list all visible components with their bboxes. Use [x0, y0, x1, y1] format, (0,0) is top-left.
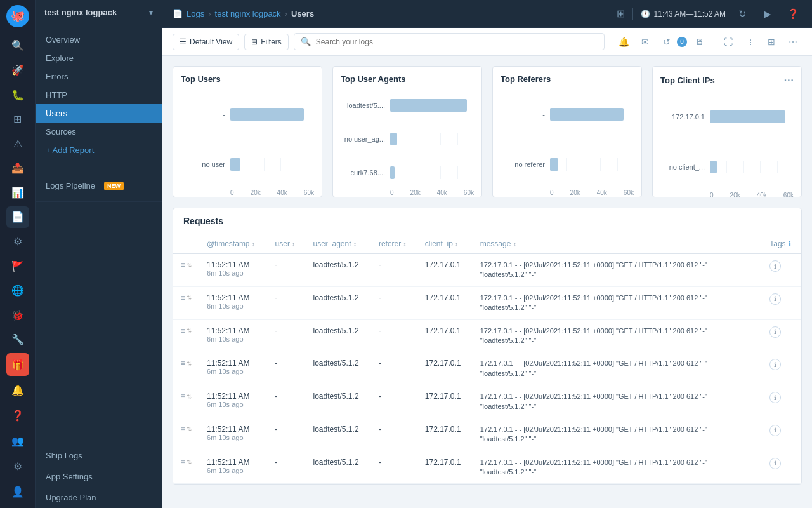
screen-icon[interactable]: 🖥 — [691, 33, 709, 51]
search-icon: 🔍 — [301, 37, 311, 46]
tag-info-icon[interactable]: ℹ — [769, 392, 781, 403]
table-col-referer[interactable]: referer ↕ — [371, 234, 417, 254]
search-input[interactable] — [316, 37, 598, 46]
breadcrumb-logpack[interactable]: test nginx logpack — [215, 9, 281, 18]
sidebar-item-app-settings[interactable]: App Settings — [36, 466, 162, 487]
team-icon[interactable]: 👥 — [6, 429, 29, 452]
search-icon[interactable]: 🔍 — [6, 35, 29, 57]
tags-cell: ℹ — [762, 254, 801, 287]
user-value: - — [275, 425, 278, 434]
chart-top-users-title: Top Users — [181, 74, 314, 84]
client-ip-cell: 172.17.0.1 — [417, 254, 473, 287]
sidebar-item-overview[interactable]: Overview — [36, 30, 162, 49]
user-agent-cell: loadtest/5.1.2 — [306, 385, 371, 418]
rocket-icon[interactable]: 🚀 — [6, 59, 29, 81]
play-icon[interactable]: ▶ — [759, 5, 776, 23]
view-icon: ☰ — [180, 37, 187, 46]
mail-icon[interactable]: ✉ — [636, 33, 654, 51]
app-logo[interactable]: 🐙 — [6, 5, 29, 27]
table-col-user-agent[interactable]: user_agent ↕ — [306, 234, 371, 254]
dashboard-icon[interactable]: ⊞ — [617, 8, 625, 20]
row-expand-icon[interactable]: ≡ — [181, 260, 185, 269]
row-actions: ≡ ⇅ — [181, 293, 192, 302]
row-expand-icon[interactable]: ≡ — [181, 293, 185, 302]
columns-icon[interactable]: ⫶ — [741, 33, 759, 51]
table-row: ≡ ⇅ 11:52:11 AM 6m 10s ago - loadtest/5.… — [173, 319, 801, 352]
sidebar-item-sources[interactable]: Sources — [36, 123, 162, 141]
bar-container — [390, 166, 474, 179]
reload-icon[interactable]: ↺ — [658, 33, 676, 51]
sidebar-item-users[interactable]: Users — [36, 104, 162, 123]
bar-row: curl/7.68.... — [341, 166, 474, 179]
more-icon[interactable]: ⋯ — [784, 33, 802, 51]
tag-info-icon[interactable]: ℹ — [769, 326, 781, 338]
timestamp-value: 11:52:11 AM — [207, 260, 260, 269]
sidebar-item-http[interactable]: HTTP — [36, 86, 162, 104]
time-range[interactable]: 🕐 11:43 AM—11:52 AM — [641, 10, 726, 18]
help-circle-icon[interactable]: ❓ — [784, 5, 802, 23]
bug-icon[interactable]: 🐛 — [6, 84, 29, 106]
filters-button[interactable]: ⊟ Filters — [244, 34, 289, 50]
globe-icon[interactable]: 🌐 — [6, 279, 29, 302]
chart-more-icon[interactable]: ⋯ — [783, 74, 794, 86]
docs-icon[interactable]: 📄 — [6, 206, 29, 229]
table-col-client-ip[interactable]: client_ip ↕ — [417, 234, 473, 254]
client-ip-cell: 172.17.0.1 — [417, 286, 473, 319]
gift-icon[interactable]: 🎁 — [6, 353, 29, 376]
bar-fill — [550, 108, 624, 121]
breadcrumb: 📄 Logs › test nginx logpack › Users — [173, 9, 314, 18]
alert-icon[interactable]: ⚠ — [6, 133, 29, 155]
expand-icon[interactable]: ⛶ — [719, 33, 737, 51]
add-report-button[interactable]: + Add Report — [36, 141, 162, 159]
row-actions: ≡ ⇅ — [181, 458, 192, 467]
chart-xaxis: 0 20k 40k 60k — [660, 192, 794, 199]
client-ip-cell: 172.17.0.1 — [417, 352, 473, 385]
sidebar-item-upgrade-plan[interactable]: Upgrade Plan — [36, 487, 162, 508]
gear-icon[interactable]: ⚙ — [6, 455, 29, 478]
breadcrumb-logs[interactable]: Logs — [187, 9, 204, 18]
sidebar-header[interactable]: test nginx logpack ▾ — [36, 0, 162, 25]
sidebar-item-explore[interactable]: Explore — [36, 49, 162, 67]
bar-fill — [710, 110, 785, 123]
profile-icon[interactable]: 👤 — [6, 480, 29, 503]
row-expand-icon[interactable]: ≡ — [181, 326, 185, 335]
tag-info-icon[interactable]: ℹ — [769, 293, 781, 305]
bell-icon[interactable]: 🔔 — [6, 378, 29, 401]
bar-fill — [550, 158, 558, 171]
row-expand-icon[interactable]: ≡ — [181, 359, 185, 368]
row-actions: ≡ ⇅ — [181, 392, 192, 401]
row-expand-icon[interactable]: ≡ — [181, 392, 185, 401]
table-col-timestamp[interactable]: @timestamp ↕ — [199, 234, 268, 254]
tag-info-icon[interactable]: ℹ — [769, 260, 781, 272]
alert-bell-icon[interactable]: 🔔 — [615, 33, 632, 51]
referer-value: - — [379, 458, 381, 467]
flag-icon[interactable]: 🚩 — [6, 255, 29, 277]
row-expand-icon[interactable]: ≡ — [181, 425, 185, 434]
sidebar-item-ship-logs[interactable]: Ship Logs — [36, 445, 162, 466]
top-users-bars: - no user — [181, 91, 314, 187]
inbox-icon[interactable]: 📥 — [6, 157, 29, 179]
debug-icon[interactable]: 🐞 — [6, 304, 29, 326]
table-col-user[interactable]: user ↕ — [268, 234, 306, 254]
referer-cell: - — [371, 254, 417, 287]
row-expand-icon[interactable]: ≡ — [181, 458, 185, 467]
tag-info-icon[interactable]: ℹ — [769, 359, 781, 370]
sidebar-item-errors[interactable]: Errors — [36, 67, 162, 86]
tag-info-icon[interactable]: ℹ — [769, 458, 781, 469]
tools-icon[interactable]: 🔧 — [6, 329, 29, 351]
message-cell: 172.17.0.1 - - [02/Jul/2021:11:52:11 +00… — [473, 352, 763, 385]
timestamp-ago: 6m 10s ago — [207, 368, 260, 375]
client-ip-value: 172.17.0.1 — [425, 392, 461, 401]
table-col-message[interactable]: message ↕ — [473, 234, 763, 254]
refresh-icon[interactable]: ↻ — [733, 5, 751, 23]
bar-container — [390, 99, 474, 112]
help-icon[interactable]: ❓ — [6, 404, 29, 427]
table-icon[interactable]: ⊞ — [763, 33, 780, 51]
grid-icon[interactable]: ⊞ — [6, 108, 29, 130]
sidebar-item-pipeline[interactable]: Logs Pipeline NEW — [36, 175, 162, 196]
table-col-tags[interactable]: Tags ℹ — [762, 234, 801, 254]
settings-icon[interactable]: ⚙ — [6, 231, 29, 253]
default-view-button[interactable]: ☰ Default View — [173, 34, 239, 50]
chart-icon[interactable]: 📊 — [6, 182, 29, 204]
tag-info-icon[interactable]: ℹ — [769, 425, 781, 436]
